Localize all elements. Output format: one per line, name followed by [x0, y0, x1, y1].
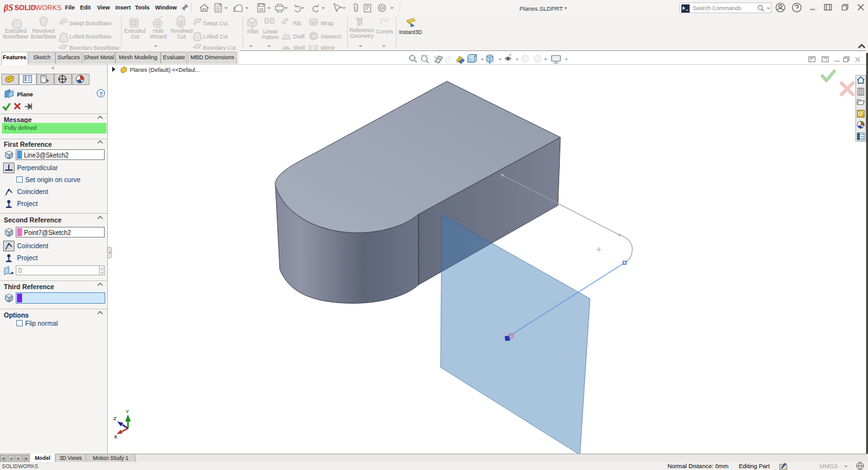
svg-text:Z: Z — [113, 416, 117, 421]
svg-text:WORKS: WORKS — [35, 4, 62, 11]
svg-text:?: ? — [99, 90, 103, 97]
svg-text:βS: βS — [4, 3, 13, 13]
svg-text:Y: Y — [126, 409, 129, 415]
svg-text:X: X — [114, 434, 117, 440]
svg-text:SOLID: SOLID — [14, 4, 36, 11]
svg-text:ad: ad — [311, 20, 316, 25]
